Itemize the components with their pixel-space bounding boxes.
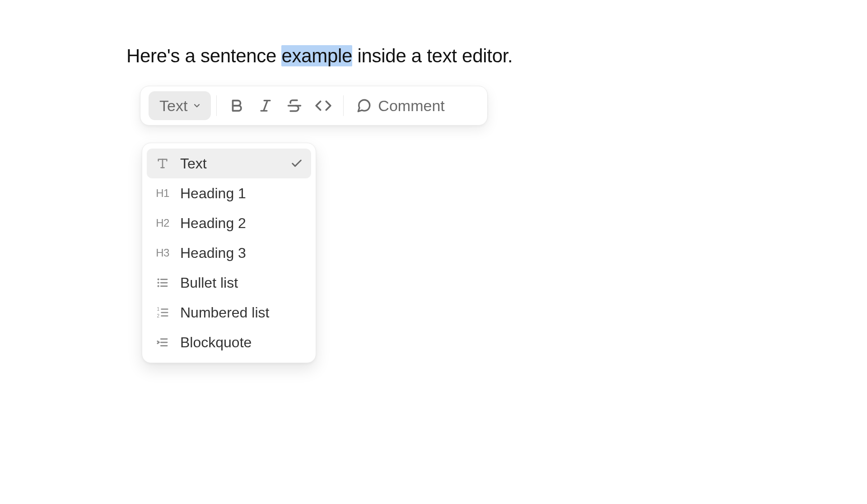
toolbar-divider bbox=[216, 95, 217, 116]
editor-text-after: inside a text editor. bbox=[352, 45, 513, 66]
comment-button[interactable]: Comment bbox=[349, 91, 452, 120]
dropdown-item-heading-1[interactable]: H1 Heading 1 bbox=[147, 178, 311, 208]
heading-1-icon: H1 bbox=[154, 185, 171, 202]
strikethrough-icon bbox=[286, 98, 303, 114]
svg-line-2 bbox=[264, 101, 268, 111]
check-icon bbox=[290, 157, 303, 170]
code-icon bbox=[315, 97, 332, 114]
dropdown-item-label: Heading 3 bbox=[180, 245, 246, 261]
bold-icon bbox=[229, 98, 244, 113]
block-type-label: Text bbox=[159, 97, 187, 115]
svg-text:1: 1 bbox=[157, 307, 160, 312]
svg-point-10 bbox=[158, 282, 159, 283]
dropdown-item-heading-2[interactable]: H2 Heading 2 bbox=[147, 208, 311, 238]
bold-button[interactable] bbox=[222, 91, 251, 120]
editor-text-selected: example bbox=[281, 45, 352, 66]
dropdown-item-label: Text bbox=[180, 155, 207, 172]
svg-point-9 bbox=[158, 279, 159, 280]
svg-text:2: 2 bbox=[157, 313, 160, 318]
heading-2-icon: H2 bbox=[154, 215, 171, 232]
dropdown-item-heading-3[interactable]: H3 Heading 3 bbox=[147, 238, 311, 268]
dropdown-item-label: Heading 1 bbox=[180, 185, 246, 202]
block-type-dropdown-menu: Text H1 Heading 1 H2 Heading 2 H3 Headin… bbox=[142, 143, 316, 363]
text-icon bbox=[154, 155, 171, 172]
comment-icon bbox=[356, 98, 372, 113]
italic-button[interactable] bbox=[251, 91, 280, 120]
formatting-toolbar: Text Comment bbox=[140, 86, 488, 126]
block-type-dropdown-button[interactable]: Text bbox=[149, 91, 211, 120]
numbered-list-icon: 12 bbox=[154, 304, 171, 321]
dropdown-item-numbered-list[interactable]: 12 Numbered list bbox=[147, 298, 311, 327]
heading-3-icon: H3 bbox=[154, 244, 171, 261]
dropdown-item-label: Blockquote bbox=[180, 334, 252, 351]
dropdown-item-bullet-list[interactable]: Bullet list bbox=[147, 268, 311, 298]
svg-point-11 bbox=[158, 286, 159, 287]
comment-label: Comment bbox=[378, 97, 444, 115]
dropdown-item-label: Numbered list bbox=[180, 304, 269, 321]
bullet-list-icon bbox=[154, 274, 171, 291]
chevron-down-icon bbox=[192, 101, 202, 111]
toolbar-divider bbox=[343, 95, 344, 116]
code-button[interactable] bbox=[309, 91, 338, 120]
dropdown-item-label: Heading 2 bbox=[180, 215, 246, 232]
strikethrough-button[interactable] bbox=[280, 91, 309, 120]
italic-icon bbox=[258, 98, 273, 113]
editor-text-before: Here's a sentence bbox=[126, 45, 281, 66]
editor-text[interactable]: Here's a sentence example inside a text … bbox=[126, 45, 513, 67]
dropdown-item-label: Bullet list bbox=[180, 275, 238, 291]
dropdown-item-blockquote[interactable]: Blockquote bbox=[147, 327, 311, 357]
blockquote-icon bbox=[154, 334, 171, 351]
dropdown-item-text[interactable]: Text bbox=[147, 149, 311, 178]
